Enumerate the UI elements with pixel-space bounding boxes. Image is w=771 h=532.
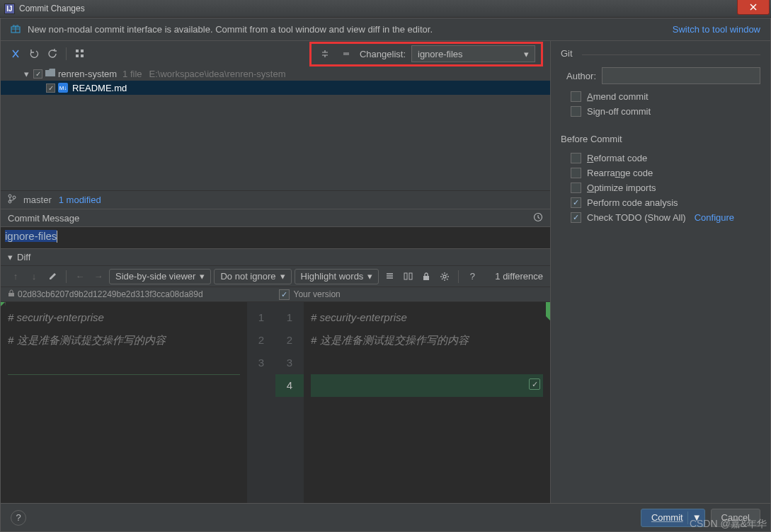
edit-icon[interactable] bbox=[45, 269, 60, 284]
code-line-added: ✓ bbox=[311, 374, 543, 397]
changelist-select-value: ignore-files bbox=[418, 49, 463, 59]
chevron-down-icon: ▾ bbox=[280, 271, 285, 282]
collapse-unchanged-icon[interactable] bbox=[382, 269, 397, 284]
diff-right-pane[interactable]: # security-enterprise # 这是准备测试提交操作写的内容 ✓ bbox=[304, 302, 550, 503]
commit-message-label: Commit Message bbox=[8, 213, 79, 224]
expander-icon[interactable]: ▾ bbox=[8, 252, 13, 262]
window-close-button[interactable] bbox=[737, 0, 770, 15]
help-button[interactable]: ? bbox=[11, 510, 26, 526]
expand-all-icon[interactable] bbox=[317, 46, 333, 62]
cancel-button[interactable]: Cancel bbox=[711, 509, 760, 527]
difference-count: 1 difference bbox=[495, 271, 543, 282]
files-tree[interactable]: ▾ renren-system 1 file E:\workspace\idea… bbox=[1, 66, 550, 190]
refresh-icon[interactable] bbox=[45, 46, 60, 62]
todo-row[interactable]: Check TODO (Show All) Configure bbox=[571, 212, 760, 223]
commit-message-input[interactable]: ignore-files bbox=[1, 227, 550, 248]
chevron-down-icon: ▾ bbox=[367, 271, 372, 282]
banner-message: New non-modal commit interface is availa… bbox=[28, 24, 433, 35]
project-name: renren-system bbox=[58, 69, 117, 79]
code-line: # security-enterprise bbox=[8, 306, 240, 329]
file-count: 1 file bbox=[122, 69, 142, 79]
collapse-all-icon[interactable] bbox=[338, 46, 354, 62]
include-change-checkbox[interactable]: ✓ bbox=[529, 378, 540, 390]
signoff-commit-row[interactable]: Sign-off commit bbox=[571, 106, 760, 117]
diff-left-pane[interactable]: # security-enterprise # 这是准备测试提交操作写的内容 bbox=[1, 302, 247, 503]
code-line: # 这是准备测试提交操作写的内容 bbox=[311, 329, 543, 352]
changelist-label: Changelist: bbox=[360, 49, 406, 59]
revision-row: 02d83cb6207d9b2d12249be2d313f3cca08da89d… bbox=[1, 287, 550, 302]
commit-message-text: ignore-files bbox=[5, 230, 57, 242]
svg-rect-13 bbox=[8, 293, 14, 296]
chevron-down-icon: ▾ bbox=[524, 49, 529, 59]
lock-icon[interactable] bbox=[418, 269, 434, 284]
checkbox[interactable] bbox=[571, 212, 581, 223]
checkbox[interactable] bbox=[46, 83, 55, 93]
prev-diff-icon[interactable]: ↑ bbox=[8, 269, 23, 284]
highlight-select[interactable]: Highlight words▾ bbox=[295, 269, 379, 284]
code-line: # security-enterprise bbox=[311, 306, 543, 329]
info-banner: New non-modal commit interface is availa… bbox=[1, 18, 770, 41]
svg-rect-9 bbox=[404, 273, 407, 279]
tree-row-file[interactable]: M↓ README.md bbox=[1, 81, 550, 95]
analysis-row[interactable]: Perform code analysis bbox=[571, 197, 760, 208]
editable-checkbox[interactable] bbox=[279, 289, 290, 300]
folder-icon bbox=[45, 69, 55, 79]
expander-icon[interactable]: ▾ bbox=[22, 69, 30, 79]
checkbox[interactable] bbox=[571, 91, 581, 102]
your-version-label: Your version bbox=[294, 289, 551, 299]
rearrange-row[interactable]: Rearrange code bbox=[571, 168, 760, 178]
next-diff-icon[interactable]: ↓ bbox=[26, 269, 42, 284]
forward-icon[interactable]: → bbox=[91, 269, 106, 284]
svg-point-7 bbox=[13, 196, 16, 199]
viewer-mode-select[interactable]: Side-by-side viewer▾ bbox=[109, 269, 211, 284]
code-line bbox=[8, 374, 240, 397]
window-title: Commit Changes bbox=[19, 4, 85, 13]
history-icon[interactable] bbox=[533, 212, 543, 224]
changelist-select[interactable]: ignore-files ▾ bbox=[411, 45, 535, 62]
svg-rect-11 bbox=[423, 276, 429, 280]
markdown-file-icon: M↓ bbox=[58, 83, 68, 93]
checkbox[interactable] bbox=[33, 69, 42, 79]
optimize-row[interactable]: Optimize imports bbox=[571, 183, 760, 193]
signoff-label: Sign-off commit bbox=[587, 106, 651, 117]
git-section-title: Git bbox=[561, 48, 760, 60]
settings-icon[interactable] bbox=[437, 269, 452, 284]
ignore-select[interactable]: Do not ignore▾ bbox=[214, 269, 291, 284]
revert-icon[interactable] bbox=[26, 46, 42, 62]
dialog-footer: ? Commit ▼ Cancel bbox=[1, 503, 770, 531]
before-commit-section-title: Before Commit bbox=[561, 134, 760, 146]
switch-tool-window-link[interactable]: Switch to tool window bbox=[673, 24, 760, 35]
tree-row-project[interactable]: ▾ renren-system 1 file E:\workspace\idea… bbox=[1, 66, 550, 81]
group-by-icon[interactable] bbox=[72, 46, 88, 62]
chevron-down-icon[interactable]: ▼ bbox=[692, 512, 702, 523]
commit-button[interactable]: Commit ▼ bbox=[641, 509, 705, 527]
configure-link[interactable]: Configure bbox=[695, 212, 734, 223]
back-icon[interactable]: ← bbox=[72, 269, 88, 284]
chevron-down-icon: ▾ bbox=[200, 271, 205, 282]
svg-rect-2 bbox=[76, 54, 79, 57]
diff-section-label: Diff bbox=[17, 252, 30, 262]
gift-icon bbox=[11, 23, 21, 35]
base-revision-hash: 02d83cb6207d9b2d12249be2d313f3cca08da89d bbox=[18, 289, 275, 299]
checkbox[interactable] bbox=[571, 153, 581, 163]
show-diff-icon[interactable] bbox=[8, 46, 23, 62]
checkbox[interactable] bbox=[571, 106, 581, 117]
author-row: Author: bbox=[561, 67, 760, 84]
sync-scroll-icon[interactable] bbox=[400, 269, 416, 284]
reformat-row[interactable]: Reformat code bbox=[571, 153, 760, 163]
amend-label: mend commit bbox=[593, 91, 649, 102]
titlebar: IJ Commit Changes bbox=[0, 0, 771, 18]
amend-commit-row[interactable]: Amend commit bbox=[571, 91, 760, 102]
svg-rect-4 bbox=[81, 54, 84, 57]
help-icon[interactable]: ? bbox=[464, 269, 480, 284]
author-input[interactable] bbox=[602, 67, 760, 84]
diff-section-header[interactable]: ▾ Diff bbox=[1, 248, 550, 265]
toolbar-separator bbox=[66, 47, 67, 60]
checkbox[interactable] bbox=[571, 197, 581, 208]
code-line bbox=[8, 352, 240, 374]
modified-link[interactable]: 1 modified bbox=[59, 195, 101, 205]
checkbox[interactable] bbox=[571, 168, 581, 178]
branch-name: master bbox=[23, 195, 52, 205]
readonly-lock-icon bbox=[8, 289, 15, 299]
checkbox[interactable] bbox=[571, 183, 581, 193]
